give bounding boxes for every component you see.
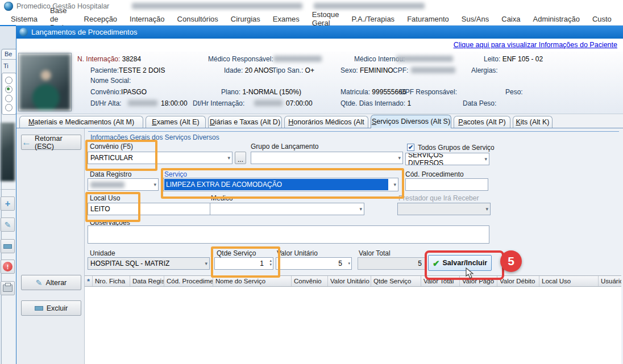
cpf-resp-label: CPF Responsável: xyxy=(400,88,457,96)
retornar-button[interactable]: ← Retornar (ESC) xyxy=(21,135,81,150)
plano-label: Plano: xyxy=(221,88,240,96)
menu-consultorios[interactable]: Consultórios xyxy=(171,15,225,23)
unidade-value: HOSPITAL SQL - MATRIZ xyxy=(90,260,169,267)
local-uso-label: Local Uso xyxy=(90,194,120,202)
alterar-button[interactable]: ✎ Alterar xyxy=(21,275,81,290)
observacoes-textarea[interactable] xyxy=(88,225,489,244)
radio-button[interactable] xyxy=(5,95,13,102)
todos-grupos-checkbox[interactable]: ✔ xyxy=(407,144,414,151)
radio-button-selected[interactable] xyxy=(5,86,13,93)
app-icon xyxy=(4,2,13,11)
excluir-label: Excluir xyxy=(47,304,68,312)
grid-col-valor-debito[interactable]: Valor Débito xyxy=(497,276,539,286)
spinner-down-icon[interactable]: ▾ xyxy=(269,262,272,266)
dthr-alta-time: 18:00:00 xyxy=(161,99,188,107)
menu-custo[interactable]: Custo xyxy=(586,15,618,23)
menu-internacao[interactable]: Internação xyxy=(123,15,171,23)
dthr-alta-label: Dt/Hr Alta: xyxy=(90,99,122,107)
redacted-text xyxy=(314,3,425,9)
alert-button[interactable]: ! xyxy=(1,260,15,274)
unidade-combo[interactable]: HOSPITAL SQL - MATRIZ ▾ xyxy=(88,257,210,270)
menu-sus-ans[interactable]: Sus/Ans xyxy=(455,15,495,23)
servico-combo[interactable]: LIMPEZA EXTRA DE ACOMODAÇÃO ▾ xyxy=(163,178,398,191)
menu-exames[interactable]: Exames xyxy=(267,15,306,23)
convenio-combo-value: PARTICULAR xyxy=(90,154,133,162)
grid-col-local-uso[interactable]: Local Uso xyxy=(539,276,599,286)
menu-caixa[interactable]: Caixa xyxy=(495,15,526,23)
tab-kits[interactable]: Kits (Alt K) xyxy=(513,116,553,128)
grid-col-valor-pago[interactable]: Valor Pago xyxy=(460,276,497,286)
tab-pacotes[interactable]: Pacotes (Alt P) xyxy=(454,116,510,128)
nome-social-label: Nome Social: xyxy=(90,77,131,85)
grupo-lancamento-combo[interactable]: ▾ xyxy=(251,152,403,164)
matricula-label: Matricula: xyxy=(340,88,370,96)
dthr-internacao-time: 07:00:00 xyxy=(286,99,313,107)
patient-info-link[interactable]: Clique aqui para visualizar Informações … xyxy=(454,41,617,49)
menu-cirurgias[interactable]: Cirurgias xyxy=(225,15,267,23)
valor-unitario-field[interactable]: 5 ▾ xyxy=(276,257,352,270)
qtde-servico-stepper[interactable]: 1 ▴▾ xyxy=(214,257,273,270)
medico-combo[interactable]: ▾ xyxy=(210,203,364,215)
local-uso-combo[interactable]: LEITO ▾ xyxy=(88,203,215,215)
pencil-icon: ✎ xyxy=(36,279,43,287)
spinner-up-icon[interactable]: ▴ xyxy=(269,258,272,262)
redacted-text xyxy=(132,3,302,9)
pencil-icon: ✎ xyxy=(5,221,11,229)
menu-bi[interactable]: BI xyxy=(618,15,623,23)
radio-button[interactable] xyxy=(5,104,13,111)
grupo-servico-combo[interactable]: SERVIÇOS DIVERSOS ▾ xyxy=(405,153,489,165)
menu-sistema[interactable]: Sistema xyxy=(5,15,44,23)
menu-pa-terapias[interactable]: P.A./Terapias xyxy=(345,15,401,23)
add-button[interactable]: + xyxy=(1,196,15,211)
redacted-text xyxy=(273,56,322,62)
paciente-value: TESTE 2 DOIS xyxy=(119,66,165,74)
lancamentos-window: Lançamentos de Procedimentos Clique aqui… xyxy=(16,26,623,364)
checkbox-check-icon: ✔ xyxy=(408,144,413,150)
convenio-browse-button[interactable]: ... xyxy=(235,152,246,164)
grid-col-data-regist[interactable]: Data Regist xyxy=(130,276,164,286)
chevron-down-icon: ▾ xyxy=(484,156,487,162)
tipo-san-value: O+ xyxy=(305,66,314,74)
patient-photo xyxy=(18,53,72,111)
grid-body[interactable] xyxy=(85,287,621,364)
menu-faturamento[interactable]: Faturamento xyxy=(401,15,455,23)
grid-col-valor-total[interactable]: Valor Total xyxy=(421,276,460,286)
menu-recepcao[interactable]: Recepção xyxy=(78,15,124,23)
grid-col-cod-procediment[interactable]: Cód. Procediment xyxy=(164,276,213,286)
grid-col-icon[interactable]: * xyxy=(85,276,93,286)
grid-col-convenio[interactable]: Convênio xyxy=(292,276,328,286)
tab-honorarios-medicos[interactable]: Honorários Médicos (Alt H) xyxy=(284,116,368,128)
cod-procedimento-input[interactable] xyxy=(405,178,488,191)
grid-col-valor-unitario[interactable]: Valor Unitário xyxy=(328,276,371,286)
edit-button[interactable]: ✎ xyxy=(1,217,15,232)
grid-col-nro-ficha[interactable]: Nro. Ficha xyxy=(93,276,130,286)
grid-col-nome-servico[interactable]: Nome do Serviço xyxy=(213,276,292,286)
menu-administracao[interactable]: Administração xyxy=(527,15,586,23)
tab-bar: Materiais e Medicamentos (Alt M) Exames … xyxy=(16,114,623,128)
tab-servicos-diversos[interactable]: Serviços Diversos (Alt S) xyxy=(371,115,451,128)
data-peso-label: Data Peso: xyxy=(463,99,496,107)
tab-materiais-medicamentos[interactable]: Materiais e Medicamentos (Alt M) xyxy=(19,116,143,128)
remove-button[interactable] xyxy=(1,239,15,253)
grid-col-qtde-servico[interactable]: Qtde Serviço xyxy=(371,276,421,286)
chevron-down-icon: ▾ xyxy=(227,155,230,161)
radio-button[interactable] xyxy=(5,77,13,84)
tab-content: ← Retornar (ESC) ✎ Alterar Excluir Infor… xyxy=(16,128,623,364)
valor-total-label: Valor Total xyxy=(359,249,391,257)
menu-estoque-geral[interactable]: Estoque Geral xyxy=(306,10,346,27)
tab-diarias-taxas[interactable]: Diárias e Taxas (Alt D) xyxy=(208,116,282,128)
print-button[interactable] xyxy=(1,281,15,295)
chevron-down-icon[interactable]: ▾ xyxy=(348,261,350,265)
salvar-incluir-button[interactable]: ✔ Salvar/Incluir xyxy=(428,255,492,271)
data-registro-field[interactable]: ▾ xyxy=(88,178,159,191)
cpf-label: CPF: xyxy=(393,66,408,74)
tab-exames[interactable]: Exames (Alt E) xyxy=(146,116,206,128)
excluir-button[interactable]: Excluir xyxy=(21,300,81,316)
background-photo xyxy=(1,123,15,181)
chevron-down-icon: ▾ xyxy=(398,155,401,161)
asterisk-icon: * xyxy=(87,277,90,286)
alergias-label: Alergias: xyxy=(471,66,498,74)
convenio-combo[interactable]: PARTICULAR ▾ xyxy=(88,152,232,164)
n-internacao-value: 38284 xyxy=(122,55,141,63)
grid-col-usuario[interactable]: Usuário xyxy=(599,276,621,286)
